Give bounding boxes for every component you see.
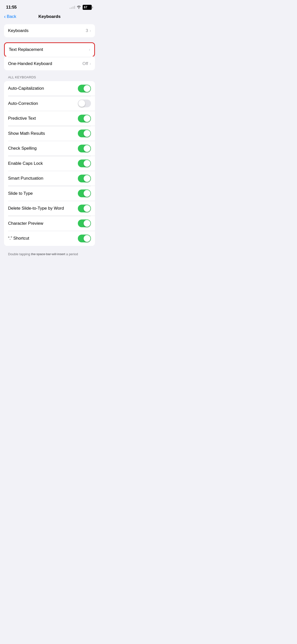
- keyboard-setting-row[interactable]: Enable Caps Lock: [4, 156, 95, 171]
- status-time: 11:55: [6, 5, 17, 10]
- wifi-icon: [77, 5, 81, 10]
- keyboard-setting-label: “.” Shortcut: [8, 236, 29, 241]
- nav-title: Keyboards: [39, 14, 61, 19]
- one-handed-keyboard-right: Off ›: [82, 61, 91, 66]
- keyboard-setting-toggle[interactable]: [78, 235, 91, 242]
- all-keyboards-section-label: ALL KEYBOARDS: [4, 75, 95, 81]
- back-button[interactable]: ‹ Back: [4, 14, 16, 19]
- all-keyboards-card: Auto-CapitalizationAuto-CorrectionPredic…: [4, 81, 95, 246]
- keyboard-setting-label: Show Math Results: [8, 131, 45, 136]
- keyboards-card: Keyboards 3 ›: [4, 24, 95, 37]
- keyboards-label: Keyboards: [8, 28, 28, 33]
- one-handed-card: One-Handed Keyboard Off ›: [4, 56, 95, 70]
- keyboard-setting-label: Predictive Text: [8, 116, 36, 121]
- text-replacement-row[interactable]: Text Replacement ›: [5, 43, 94, 56]
- keyboard-setting-row[interactable]: Predictive Text: [4, 111, 95, 126]
- text-replacement-right: ›: [89, 47, 90, 52]
- keyboard-setting-label: Slide to Type: [8, 191, 33, 196]
- keyboard-setting-toggle[interactable]: [78, 145, 91, 152]
- keyboard-setting-toggle[interactable]: [78, 115, 91, 122]
- keyboard-setting-toggle[interactable]: [78, 130, 91, 137]
- keyboards-chevron-icon: ›: [90, 28, 91, 33]
- keyboard-setting-toggle[interactable]: [78, 85, 91, 92]
- keyboard-setting-toggle[interactable]: [78, 175, 91, 182]
- one-handed-keyboard-chevron-icon: ›: [90, 61, 91, 66]
- keyboard-setting-label: Smart Punctuation: [8, 176, 43, 181]
- keyboard-setting-toggle[interactable]: [78, 159, 91, 167]
- keyboard-setting-toggle[interactable]: [78, 219, 91, 227]
- keyboard-setting-label: Enable Caps Lock: [8, 161, 43, 166]
- footer-strikethrough: the space bar will insert: [31, 252, 65, 256]
- content: Keyboards 3 › Text Replacement › One-Han…: [0, 22, 99, 263]
- keyboard-setting-label: Auto-Capitalization: [8, 86, 44, 91]
- nav-bar: ‹ Back Keyboards: [0, 13, 99, 22]
- keyboard-setting-toggle[interactable]: [78, 189, 91, 197]
- text-replacement-chevron-icon: ›: [89, 47, 90, 52]
- signal-icon: [70, 6, 75, 9]
- text-replacement-label: Text Replacement: [9, 47, 43, 52]
- all-keyboards-section: ALL KEYBOARDS Auto-CapitalizationAuto-Co…: [4, 75, 95, 246]
- keyboards-count: 3: [86, 28, 88, 33]
- text-replacement-highlight: Text Replacement ›: [4, 42, 95, 57]
- one-handed-keyboard-value: Off: [82, 61, 88, 66]
- keyboard-setting-row[interactable]: Check Spelling: [4, 141, 95, 156]
- keyboard-setting-row[interactable]: “.” Shortcut: [4, 231, 95, 246]
- keyboard-setting-label: Delete Slide-to-Type by Word: [8, 206, 64, 211]
- keyboard-setting-row[interactable]: Show Math Results: [4, 126, 95, 141]
- keyboard-setting-toggle[interactable]: [78, 205, 91, 212]
- keyboard-setting-row[interactable]: Auto-Correction: [4, 96, 95, 111]
- keyboard-setting-row[interactable]: Smart Punctuation: [4, 171, 95, 186]
- keyboard-setting-label: Character Preview: [8, 221, 43, 226]
- keyboard-setting-row[interactable]: Slide to Type: [4, 186, 95, 201]
- status-icons: 67: [70, 5, 93, 10]
- status-bar: 11:55 67: [0, 0, 99, 13]
- back-label: Back: [7, 14, 16, 19]
- keyboard-setting-label: Check Spelling: [8, 146, 37, 151]
- keyboard-setting-row[interactable]: Character Preview: [4, 216, 95, 231]
- back-chevron-icon: ‹: [4, 14, 6, 19]
- keyboard-setting-row[interactable]: Auto-Capitalization: [4, 81, 95, 96]
- keyboard-setting-label: Auto-Correction: [8, 101, 38, 106]
- footer-note: Double tapping the space bar will insert…: [4, 251, 95, 261]
- keyboards-row[interactable]: Keyboards 3 ›: [4, 24, 95, 37]
- keyboards-row-right: 3 ›: [86, 28, 91, 33]
- battery-icon: 67: [83, 5, 93, 10]
- middle-section: Text Replacement › One-Handed Keyboard O…: [4, 42, 95, 70]
- keyboard-setting-row[interactable]: Delete Slide-to-Type by Word: [4, 201, 95, 216]
- one-handed-keyboard-label: One-Handed Keyboard: [8, 61, 52, 66]
- one-handed-keyboard-row[interactable]: One-Handed Keyboard Off ›: [4, 57, 95, 70]
- keyboard-setting-toggle[interactable]: [78, 100, 91, 107]
